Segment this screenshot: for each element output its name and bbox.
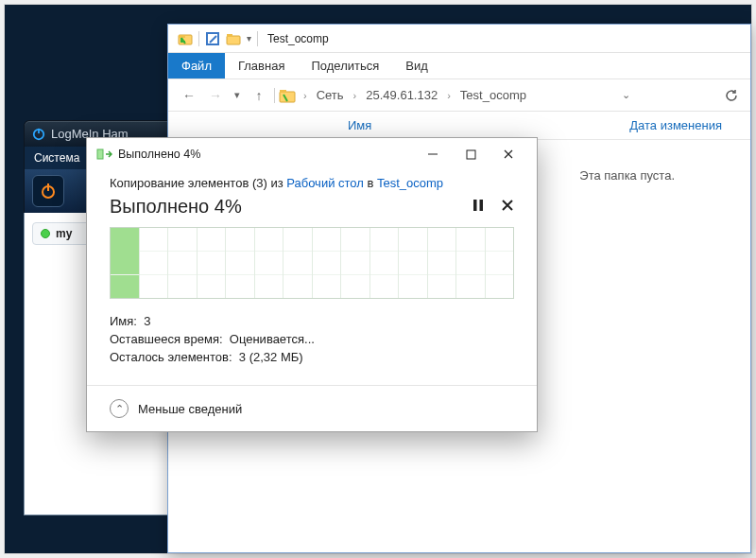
column-date[interactable]: Дата изменения [629, 118, 750, 132]
close-button[interactable] [490, 141, 527, 167]
chevron-right-icon: › [353, 90, 357, 101]
ribbon-tabs: Файл Главная Поделиться Вид [168, 53, 750, 79]
svg-rect-1 [38, 128, 40, 132]
chart-cell [428, 228, 457, 298]
pause-button[interactable] [472, 199, 484, 216]
nav-history-dropdown[interactable]: ▾ [231, 89, 244, 101]
maximize-icon [466, 149, 476, 160]
fewer-details-row[interactable]: ⌃ Меньше сведений [87, 385, 537, 431]
status-online-icon [41, 229, 50, 238]
minimize-button[interactable] [414, 141, 452, 167]
chart-cell [168, 228, 198, 298]
crumb-root[interactable]: Сеть [317, 88, 344, 102]
svg-rect-10 [280, 90, 286, 93]
breadcrumb[interactable]: › Сеть › 25.49.61.132 › Test_ocomp [300, 88, 530, 102]
refresh-icon [725, 89, 738, 102]
time-label: Оставшееся время: [110, 332, 223, 346]
qat-properties-icon[interactable] [205, 31, 220, 46]
explorer-titlebar[interactable]: ▾ Test_ocomp [168, 25, 750, 53]
list-item-label: my [56, 227, 72, 240]
time-value: Оценивается... [230, 332, 315, 346]
name-value: 3 [144, 314, 150, 328]
refresh-button[interactable] [722, 86, 741, 105]
copy-status-text: Выполнено 4% [110, 196, 242, 218]
column-headers: Имя Дата изменения [168, 112, 750, 140]
fewer-details-label: Меньше сведений [138, 402, 242, 416]
chart-cell [284, 228, 313, 298]
copy-details: Имя: 3 Оставшееся время: Оценивается... … [110, 314, 514, 364]
minimize-icon [427, 148, 438, 160]
copy-titlebar[interactable]: Выполнено 4% [87, 138, 537, 170]
divider [198, 31, 199, 46]
address-dropdown[interactable]: ⌄ [619, 89, 632, 101]
chevron-right-icon: › [303, 90, 307, 101]
close-icon [503, 148, 514, 160]
divider [274, 88, 275, 103]
address-bar: ← → ▾ ↑ › Сеть › 25.49.61.132 › Test_oco… [168, 79, 750, 112]
app-icon [178, 31, 193, 46]
qat-newfolder-icon[interactable] [226, 31, 241, 46]
svg-rect-5 [179, 35, 185, 38]
tab-home[interactable]: Главная [225, 53, 298, 78]
svg-rect-13 [467, 150, 475, 159]
chart-cell [140, 228, 169, 298]
svg-rect-8 [227, 34, 232, 37]
tab-share[interactable]: Поделиться [298, 53, 392, 78]
chart-cell [370, 228, 400, 298]
maximize-button[interactable] [452, 141, 490, 167]
power-button[interactable] [32, 175, 64, 207]
nav-back-button[interactable]: ← [178, 84, 200, 107]
copy-source-line: Копирование элементов (3) из Рабочий сто… [110, 176, 514, 190]
qat-dropdown-icon[interactable]: ▾ [247, 33, 251, 44]
copy-title-text: Выполнено 4% [118, 148, 200, 161]
svg-rect-15 [480, 200, 484, 211]
divider [257, 31, 258, 46]
source-link[interactable]: Рабочий стол [286, 176, 364, 190]
chart-cell [226, 228, 255, 298]
crumb-host[interactable]: 25.49.61.132 [366, 88, 438, 102]
chart-cell [313, 228, 342, 298]
chart-cell [198, 228, 227, 298]
power-icon [39, 182, 58, 201]
copy-app-icon [96, 148, 112, 160]
speed-chart [110, 227, 514, 299]
nav-up-button[interactable]: ↑ [248, 84, 270, 107]
svg-rect-7 [227, 36, 240, 44]
chart-cell [255, 228, 284, 298]
cancel-icon [501, 199, 514, 212]
svg-rect-14 [473, 200, 477, 211]
tab-view[interactable]: Вид [392, 53, 441, 78]
column-name[interactable]: Имя [168, 118, 452, 132]
dest-link[interactable]: Test_ocomp [377, 176, 443, 190]
copy-status-line: Выполнено 4% [110, 196, 514, 218]
svg-rect-11 [97, 149, 103, 159]
svg-rect-3 [47, 183, 49, 191]
cancel-button[interactable] [501, 199, 514, 216]
nav-forward-button[interactable]: → [204, 84, 227, 107]
empty-folder-text: Эта папка пуста. [579, 168, 675, 183]
chart-cell [111, 228, 140, 298]
chart-cell [341, 228, 370, 298]
chart-bar [111, 228, 139, 298]
folder-icon [279, 87, 296, 104]
crumb-folder[interactable]: Test_ocomp [460, 88, 526, 102]
name-label: Имя: [110, 314, 137, 328]
remain-label: Осталось элементов: [110, 350, 232, 364]
chevron-up-icon: ⌃ [110, 399, 129, 418]
remain-value: 3 (2,32 МБ) [239, 350, 303, 364]
pause-icon [472, 199, 484, 212]
chart-cell [399, 228, 428, 298]
chart-cell [456, 228, 486, 298]
logmein-tab-system[interactable]: Система [34, 151, 79, 165]
chevron-right-icon: › [447, 90, 451, 101]
window-title: Test_ocomp [267, 32, 329, 45]
chart-cell [486, 228, 514, 298]
tab-file[interactable]: Файл [168, 53, 225, 78]
logmein-logo-icon [32, 128, 45, 141]
copy-dialog: Выполнено 4% Копирование элементов (3) и… [86, 137, 538, 432]
